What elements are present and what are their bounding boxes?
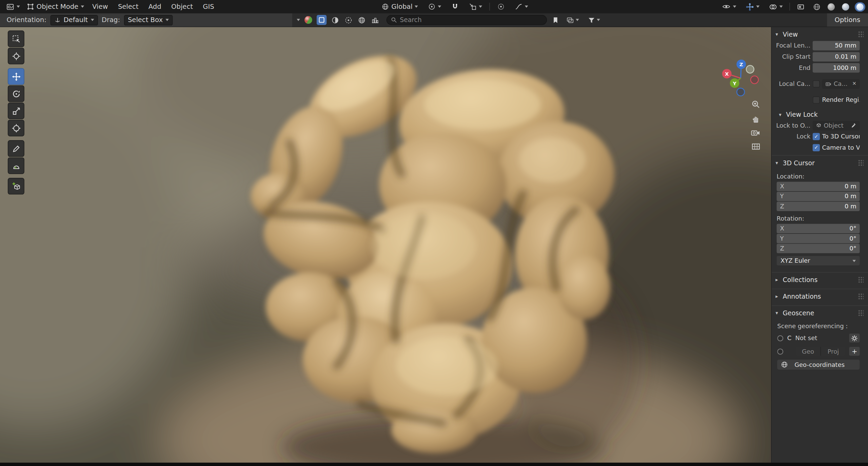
cursor-location-y-field[interactable]: Y 0 m — [777, 192, 860, 201]
search-box[interactable] — [387, 15, 547, 25]
dotted-circle-icon[interactable] — [343, 15, 353, 25]
shading-solid-button[interactable] — [826, 2, 836, 12]
half-shaded-circle-icon[interactable] — [330, 15, 340, 25]
options-button[interactable]: Options — [827, 13, 868, 26]
menu-select[interactable]: Select — [114, 0, 143, 13]
eyedropper-icon[interactable] — [850, 122, 856, 128]
crs-item-radio[interactable] — [777, 348, 783, 354]
pencil-icon — [11, 144, 21, 153]
tool-select-box[interactable] — [8, 31, 24, 47]
tool-scale[interactable] — [8, 102, 24, 119]
menu-gis[interactable]: GIS — [198, 0, 219, 13]
crs-radio[interactable] — [777, 335, 783, 341]
geo-button[interactable]: Geo — [795, 347, 821, 356]
cursor-rotation-x-field[interactable]: X 0° — [777, 224, 860, 234]
local-camera-field[interactable]: Ca... ✕ — [822, 79, 860, 89]
clip-start-field[interactable]: 0.01 m — [813, 52, 860, 61]
xray-toggle[interactable] — [794, 1, 808, 12]
proportional-editing-toggle[interactable] — [494, 1, 508, 12]
shading-ball-icon[interactable] — [303, 15, 313, 25]
view-panel-header[interactable]: ▾ View — [772, 28, 868, 40]
add-crs-button[interactable]: + — [849, 347, 860, 356]
clip-end-field[interactable]: 1000 m — [813, 63, 860, 72]
geoscene-panel-header[interactable]: ▾ Geoscene — [772, 307, 868, 319]
menu-add[interactable]: Add — [144, 0, 166, 13]
shading-rendered-button[interactable] — [855, 2, 865, 12]
view-layers-dropdown[interactable] — [564, 14, 582, 25]
snap-toggle[interactable] — [449, 1, 462, 12]
snap-with-dropdown[interactable] — [466, 1, 485, 12]
focal-length-field[interactable]: 50 mm — [813, 41, 860, 50]
gizmos-dropdown[interactable] — [743, 1, 762, 12]
axis-value: 0 m — [845, 203, 856, 210]
chevron-down-icon — [852, 260, 856, 262]
panel-grip-handle[interactable] — [858, 277, 864, 283]
drag-mode-dropdown[interactable]: Select Box — [124, 15, 173, 25]
tool-cursor[interactable] — [8, 48, 24, 64]
proportional-falloff-dropdown[interactable] — [512, 1, 531, 12]
transform-orientation-dropdown[interactable]: Global — [379, 1, 421, 12]
object-visibility-dropdown[interactable] — [719, 1, 739, 12]
tool-add-cube[interactable] — [8, 178, 24, 194]
pan-hand-icon[interactable] — [751, 114, 761, 124]
tool-transform[interactable] — [8, 120, 24, 136]
tool-rotate[interactable] — [8, 85, 24, 102]
geo-coordinates-button[interactable]: Geo-coordinates — [777, 360, 860, 370]
orientation-default-dropdown[interactable]: Default — [50, 15, 98, 25]
axis-neg-z-ball[interactable] — [737, 88, 745, 96]
clear-icon[interactable]: ✕ — [852, 81, 856, 86]
tool-measure[interactable] — [8, 157, 24, 174]
zoom-icon[interactable] — [751, 100, 761, 109]
overlays-dropdown[interactable] — [766, 1, 786, 12]
camera-view-icon[interactable] — [751, 129, 761, 137]
rotate-icon — [11, 89, 21, 98]
chevron-down-icon[interactable] — [297, 19, 300, 21]
cursor-location-z-field[interactable]: Z 0 m — [777, 202, 860, 211]
panel-grip-handle[interactable] — [858, 160, 864, 166]
view-lock-header[interactable]: ▾ View Lock — [772, 109, 868, 120]
filter-dropdown[interactable] — [585, 14, 603, 25]
lock-camera-to-view-checkbox[interactable]: ✓ — [813, 144, 820, 151]
cursor-panel-header[interactable]: ▾ 3D Cursor — [772, 157, 868, 169]
menu-view[interactable]: View — [88, 0, 113, 13]
basemap-toggle-button[interactable] — [317, 15, 327, 25]
chevron-down-icon — [91, 19, 94, 21]
pivot-point-dropdown[interactable] — [425, 1, 444, 12]
drag-label: Drag: — [102, 16, 120, 24]
viewport-3d[interactable]: Z X Y — [0, 27, 771, 463]
tool-annotate[interactable] — [8, 140, 24, 157]
search-input[interactable] — [400, 16, 542, 24]
mode-dropdown[interactable]: Object Mode — [24, 1, 86, 12]
sphere-grid-icon[interactable] — [356, 15, 366, 25]
crs-settings-button[interactable] — [849, 334, 860, 342]
collections-panel-header[interactable]: ▸ Collections — [772, 274, 868, 286]
proj-button[interactable]: Proj — [821, 347, 846, 356]
city-grid-icon[interactable] — [370, 15, 380, 25]
material-ball-icon — [304, 16, 312, 24]
grid-toggle-icon[interactable] — [751, 142, 761, 151]
panel-grip-handle[interactable] — [858, 310, 864, 317]
axis-neg-x-ball[interactable] — [751, 76, 758, 84]
panel-grip-handle[interactable] — [858, 31, 864, 38]
axis-neg-y-ball[interactable] — [746, 66, 754, 73]
axis-navigation-gizmo[interactable]: Z X Y — [717, 57, 764, 104]
rotation-mode-dropdown[interactable]: XYZ Euler — [777, 256, 860, 265]
chevron-down-icon — [780, 5, 783, 8]
lock-to-object-field[interactable]: Object — [813, 120, 860, 130]
menu-object[interactable]: Object — [167, 0, 197, 13]
move-icon — [11, 72, 21, 81]
panel-grip-handle[interactable] — [858, 293, 864, 300]
lock-3d-cursor-checkbox[interactable]: ✓ — [813, 133, 820, 140]
editor-type-button[interactable] — [3, 1, 23, 12]
cursor-rotation-z-field[interactable]: Z 0° — [777, 244, 860, 253]
local-camera-checkbox[interactable] — [813, 80, 820, 87]
lock-to-object-value: Object — [824, 122, 843, 129]
render-region-checkbox[interactable] — [813, 96, 820, 103]
cursor-location-x-field[interactable]: X 0 m — [777, 182, 860, 191]
bookmark-icon[interactable] — [550, 15, 560, 25]
shading-wireframe-button[interactable] — [811, 2, 822, 12]
annotations-panel-header[interactable]: ▸ Annotations — [772, 291, 868, 303]
cursor-rotation-y-field[interactable]: Y 0° — [777, 234, 860, 243]
shading-material-button[interactable] — [840, 2, 851, 12]
tool-move[interactable] — [8, 68, 24, 85]
